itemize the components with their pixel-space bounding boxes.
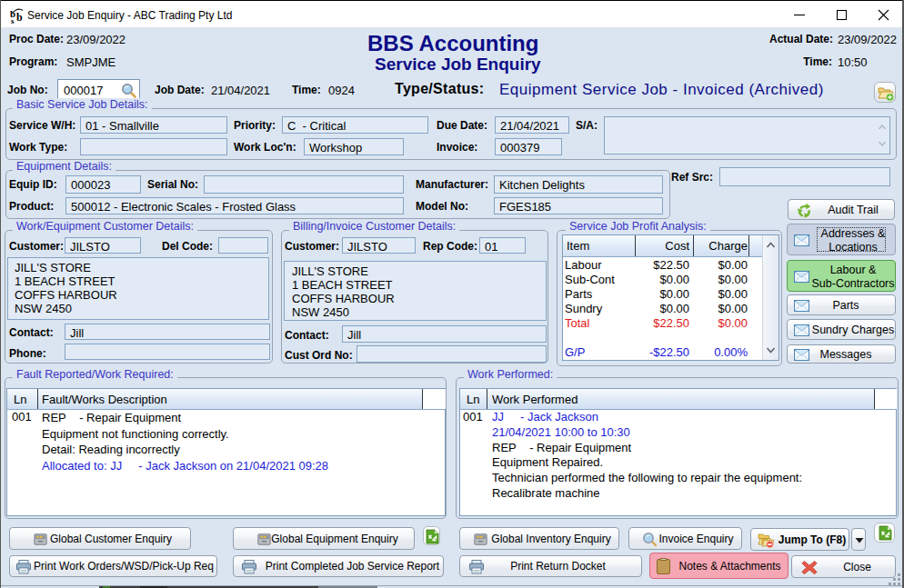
svg-text:b: b	[16, 11, 23, 24]
svg-text:s: s	[11, 16, 15, 25]
